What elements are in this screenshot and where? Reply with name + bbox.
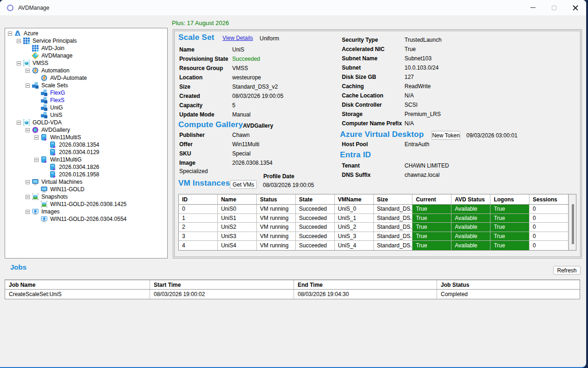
tree-item-images[interactable]: Images	[5, 208, 167, 215]
image-version-icon	[49, 141, 57, 148]
scale-set-icon	[40, 89, 48, 97]
tree-item-azure[interactable]: Azure	[5, 30, 167, 37]
property-value: westeurope	[232, 74, 261, 81]
property-value: N/A	[405, 120, 414, 127]
property-label: Publisher	[179, 132, 232, 138]
property-row: Capacity 5	[179, 101, 335, 110]
tree-item-version[interactable]: 2026.0304.0129	[5, 148, 167, 156]
tree-item-service-principals[interactable]: Service Principals	[5, 37, 167, 45]
vm-column-header[interactable]: Logons	[490, 194, 529, 204]
property-row: Host Pool EntraAuth	[342, 140, 537, 149]
property-value: UniS	[232, 46, 244, 53]
vm-cell-vmname: UniS_4	[335, 241, 374, 250]
jobs-column-header[interactable]: Start Time	[150, 280, 294, 289]
new-token-button[interactable]: New Token	[431, 131, 460, 140]
property-label: Caching	[342, 83, 405, 90]
vm-column-header[interactable]: Current	[412, 194, 451, 204]
collapse-toggle[interactable]	[17, 121, 21, 125]
property-label: Cache Location	[342, 92, 405, 99]
collapse-toggle[interactable]	[34, 136, 39, 140]
collapse-toggle[interactable]	[26, 84, 30, 88]
tree-item-avd-join[interactable]: AVD-Join	[5, 45, 167, 52]
entra-properties: Tenant CHAWN LIMITED DNS Suffix chawnaz.…	[342, 161, 537, 180]
tree-item-scale-sets[interactable]: Scale Sets	[5, 82, 167, 89]
collapse-toggle[interactable]	[26, 69, 30, 73]
job-cell-end: 08/03/2026 19:04:30	[294, 290, 437, 299]
vm-cell-vmname: UniS_2	[335, 223, 374, 232]
property-row: SKU Special	[179, 149, 335, 158]
scrollbar-thumb[interactable]	[572, 204, 574, 244]
tree-item-unis[interactable]: UniS	[5, 111, 167, 119]
collapse-toggle[interactable]	[17, 61, 21, 65]
vm-table-scrollbar[interactable]	[568, 194, 576, 250]
property-value: TrustedLaunch	[405, 37, 442, 43]
collapse-toggle[interactable]	[8, 32, 12, 36]
tree-item-version[interactable]: 2026.0126.1958	[5, 171, 167, 178]
view-details-link[interactable]: View Details	[222, 35, 253, 41]
token-expiry-date: 09/03/2026 03:00:01	[466, 132, 517, 139]
collapse-toggle[interactable]	[26, 210, 30, 214]
tree-item-win11-gold[interactable]: WIN11-GOLD	[5, 186, 167, 193]
vm-column-header[interactable]: ID	[179, 194, 218, 204]
collapse-toggle[interactable]	[34, 158, 39, 162]
collapse-toggle[interactable]	[17, 39, 21, 43]
vm-table-row[interactable]: 4 UniS4 VM running Succeeded UniS_4 Stan…	[179, 241, 568, 250]
vm-column-header[interactable]: Sessions	[529, 194, 568, 204]
tree-item-unig[interactable]: UniG	[5, 104, 167, 111]
vm-cell-name: UniS0	[218, 205, 257, 213]
tree-item-avdmanage[interactable]: AVDManage	[5, 52, 167, 59]
tree-item-snapshots[interactable]: Snapshots	[5, 193, 167, 200]
tree-item-win11multig[interactable]: Win11MultiG	[5, 156, 167, 163]
vm-cell-state: Succeeded	[296, 214, 335, 223]
property-row: Publisher Chawn	[179, 130, 335, 140]
jobs-table: Job Name Start Time End Time Job Status …	[5, 279, 580, 299]
jobs-column-header[interactable]: End Time	[294, 280, 437, 289]
image-definition-icon	[40, 134, 48, 141]
minimize-button[interactable]	[522, 0, 543, 15]
tree-item-vmss[interactable]: VMSS	[5, 59, 167, 67]
tree-item-avd-automate[interactable]: AVD-Automate	[5, 74, 167, 82]
vm-column-header[interactable]: AVD Status	[451, 194, 490, 204]
app-window: AVDManage Plus: 17 August 2026 Azure Ser…	[0, 0, 586, 368]
vm-cell-name: UniS2	[218, 223, 257, 232]
tree-item-snapshot[interactable]: WIN11-GOLD-2026.0308.1425	[5, 200, 167, 208]
tree-item-win11multis[interactable]: Win11MultiS	[5, 134, 167, 141]
collapse-toggle[interactable]	[26, 195, 30, 199]
scale-set-heading: Scale Set	[178, 33, 214, 42]
collapse-toggle[interactable]	[26, 180, 30, 184]
vm-cell-sessions: 0	[529, 214, 568, 223]
vm-column-header[interactable]: State	[296, 194, 335, 204]
vm-column-header[interactable]: Name	[218, 194, 257, 204]
jobs-column-header[interactable]: Job Status	[437, 280, 580, 289]
tree-item-version[interactable]: 2026.0304.1826	[5, 163, 167, 171]
tree-item-image[interactable]: WIN11-GOLD-2026.0304.0554	[5, 215, 167, 223]
jobs-column-header[interactable]: Job Name	[5, 280, 150, 289]
refresh-button[interactable]: Refresh	[553, 266, 581, 275]
image-version-icon	[49, 148, 57, 156]
vm-table-row[interactable]: 1 UniS1 VM running Succeeded UniS_1 Stan…	[179, 214, 568, 223]
title-bar: AVDManage	[0, 0, 586, 15]
property-value: Subnet103	[405, 55, 431, 62]
get-vms-button[interactable]: Get VMs	[230, 180, 257, 189]
property-label: Image	[179, 160, 232, 166]
maximize-button[interactable]	[543, 0, 565, 15]
tree-item-avdgallery[interactable]: AVDGallery	[5, 126, 167, 134]
tree-item-version[interactable]: 2026.0308.1354	[5, 141, 167, 148]
tree-item-gold-vda[interactable]: GOLD-VDA	[5, 119, 167, 126]
vm-cell-size: Standard_DS...	[374, 214, 413, 223]
vm-column-header[interactable]: Status	[257, 194, 296, 204]
jobs-table-row[interactable]: CreateScaleSet:UniS 08/03/2026 19:00:02 …	[5, 290, 580, 299]
vm-table-row[interactable]: 3 UniS3 VM running Succeeded UniS_3 Stan…	[179, 232, 568, 241]
automation-icon	[32, 67, 39, 74]
vm-table-row[interactable]: 2 UniS2 VM running Succeeded UniS_2 Stan…	[179, 223, 568, 232]
property-row: Offer Win11Multi	[179, 140, 335, 149]
vm-table-row[interactable]: 0 UniS0 VM running Succeeded UniS_0 Stan…	[179, 205, 568, 214]
tree-item-automation[interactable]: Automation	[5, 67, 167, 74]
tree-item-virtual-machines[interactable]: Virtual Machines	[5, 178, 167, 186]
close-button[interactable]	[565, 0, 586, 15]
vm-column-header[interactable]: Size	[374, 194, 413, 204]
vm-column-header[interactable]: VMName	[335, 194, 374, 204]
tree-item-flexg[interactable]: FlexG	[5, 89, 167, 97]
tree-item-flexs[interactable]: FlexS	[5, 97, 167, 104]
collapse-toggle[interactable]	[26, 128, 30, 132]
